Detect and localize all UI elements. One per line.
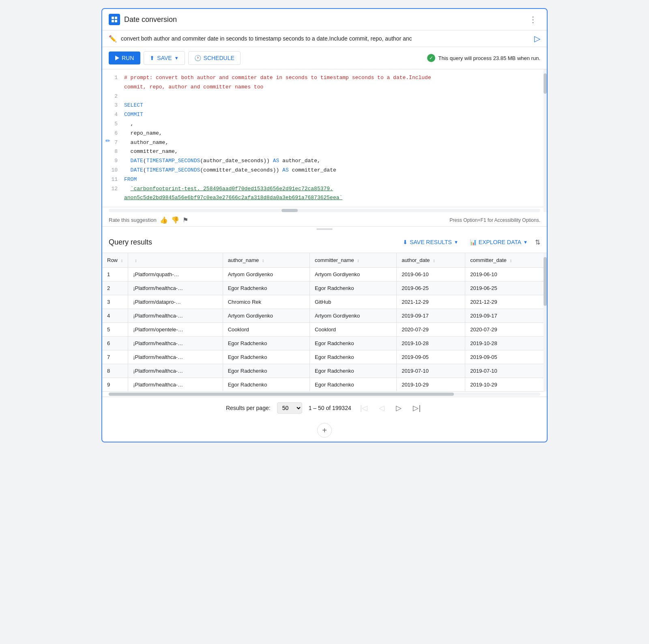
cell-commit: ¡Platform/datapro-… — [128, 295, 223, 309]
sort-toggle-icon[interactable]: ⇅ — [535, 238, 540, 246]
save-results-dropdown-icon: ▼ — [454, 240, 458, 245]
cell-row-num: 9 — [102, 378, 128, 392]
run-button[interactable]: RUN — [109, 52, 140, 64]
horizontal-scrollbar[interactable] — [109, 209, 540, 212]
code-line-2: 2 — [102, 92, 547, 101]
save-dropdown-icon: ▼ — [174, 56, 179, 60]
cell-author-date: 2019-09-17 — [397, 309, 465, 323]
thumbs-down-button[interactable]: 👎 — [171, 216, 179, 224]
cell-committer-date: 2021-12-29 — [465, 295, 547, 309]
query-info-text: This query will process 23.85 MB when ru… — [438, 55, 540, 61]
table-row: 6 ¡Platform/healthca-… Egor Radchenko Eg… — [102, 337, 547, 350]
col-header-commit: ↕ — [128, 253, 223, 268]
check-circle-icon: ✓ — [427, 54, 435, 62]
cell-author-name: Artyom Gordiyenko — [223, 309, 309, 323]
code-line-1b: commit, repo, author and committer names… — [102, 83, 547, 92]
table-header: Row ↕ ↕ author_name ↕ committer_name ↕ a… — [102, 253, 547, 268]
table-row: 5 ¡Platform/opentele-… Cooklord Cooklord… — [102, 323, 547, 337]
table-row: 4 ¡Platform/healthca-… Artyom Gordiyenko… — [102, 309, 547, 323]
code-line-7: 7 author_name, — [102, 138, 547, 148]
cell-committer-name: Artyom Gordiyenko — [309, 309, 396, 323]
drag-handle[interactable] — [102, 227, 547, 232]
cell-commit: ¡Platform/opentele-… — [128, 323, 223, 337]
cell-committer-name: Egor Radchenko — [309, 281, 396, 295]
accessibility-hint: Press Option+F1 for Accessibility Option… — [449, 217, 540, 223]
cell-committer-date: 2019-06-25 — [465, 281, 547, 295]
prev-page-button[interactable]: ◁ — [376, 402, 387, 414]
save-button[interactable]: ⬆ SAVE ▼ — [144, 51, 185, 65]
cell-committer-date: 2019-10-28 — [465, 337, 547, 350]
cell-committer-name: GitHub — [309, 295, 396, 309]
save-results-button[interactable]: ⬇ SAVE RESULTS ▼ — [399, 236, 462, 248]
cell-author-name: Egor Radchenko — [223, 378, 309, 392]
per-page-select[interactable]: 50 100 200 — [277, 402, 302, 414]
cell-author-date: 2019-07-10 — [397, 364, 465, 378]
cell-author-name: Cooklord — [223, 323, 309, 337]
code-editor[interactable]: ✏ 1 # prompt: convert both author and co… — [102, 69, 547, 212]
cell-row-num: 6 — [102, 337, 128, 350]
svg-rect-0 — [112, 17, 114, 19]
add-cell-area: + — [102, 419, 547, 442]
save-label: SAVE — [157, 55, 172, 61]
cell-row-num: 7 — [102, 350, 128, 364]
cell-committer-date: 2019-09-05 — [465, 350, 547, 364]
cell-author-name: Egor Radchenko — [223, 350, 309, 364]
pagination: Results per page: 50 100 200 1 – 50 of 1… — [102, 397, 547, 419]
run-label: RUN — [122, 55, 134, 61]
rating-bar: Rate this suggestion 👍 👎 ⚑ — [109, 216, 188, 224]
inline-edit-icon[interactable]: ✏ — [105, 137, 110, 144]
results-title: Query results — [109, 238, 152, 247]
cell-committer-date: 2019-09-17 — [465, 309, 547, 323]
schedule-button[interactable]: 🕐 SCHEDULE — [188, 51, 241, 65]
pencil-icon: ✏️ — [109, 35, 117, 43]
main-container: Date conversion ⋮ ✏️ convert both author… — [101, 8, 548, 442]
cell-committer-date: 2020-07-29 — [465, 323, 547, 337]
code-line-4: 4 COMMIT — [102, 110, 547, 120]
add-cell-button[interactable]: + — [317, 423, 332, 438]
code-line-6: 6 repo_name, — [102, 129, 547, 138]
table-row: 1 ¡Platform/qupath-… Artyom Gordiyenko A… — [102, 268, 547, 281]
code-line-8: 8 committer_name, — [102, 147, 547, 157]
cell-committer-date: 2019-10-29 — [465, 378, 547, 392]
thumbs-up-button[interactable]: 👍 — [160, 216, 168, 224]
explore-dropdown-icon: ▼ — [523, 240, 528, 245]
flag-button[interactable]: ⚑ — [183, 216, 188, 224]
schedule-label: SCHEDULE — [204, 55, 234, 61]
save-results-label: SAVE RESULTS — [410, 239, 452, 245]
cell-row-num: 3 — [102, 295, 128, 309]
cell-author-date: 2020-07-29 — [397, 323, 465, 337]
code-line-5: 5 , — [102, 120, 547, 129]
explore-data-button[interactable]: 📊 EXPLORE DATA ▼ — [466, 236, 532, 248]
first-page-button[interactable]: |◁ — [358, 402, 370, 414]
cell-author-name: Artyom Gordiyenko — [223, 268, 309, 281]
svg-rect-1 — [115, 17, 117, 19]
cell-row-num: 5 — [102, 323, 128, 337]
explore-label: EXPLORE DATA — [479, 239, 521, 245]
table-row: 2 ¡Platform/healthca-… Egor Radchenko Eg… — [102, 281, 547, 295]
code-line-1: 1 # prompt: convert both author and comm… — [102, 73, 547, 83]
col-header-committer-name: committer_name ↕ — [309, 253, 396, 268]
more-options-button[interactable]: ⋮ — [526, 13, 540, 26]
code-lines: 1 # prompt: convert both author and comm… — [102, 69, 547, 207]
cell-row-num: 8 — [102, 364, 128, 378]
rate-suggestion-label: Rate this suggestion — [109, 217, 157, 223]
table-horizontal-scrollbar[interactable] — [109, 393, 540, 396]
cell-commit: ¡Platform/healthca-… — [128, 350, 223, 364]
prompt-bar: ✏️ convert both author and commiter date… — [102, 30, 547, 47]
results-table-container: Row ↕ ↕ author_name ↕ committer_name ↕ a… — [102, 253, 547, 392]
next-page-button[interactable]: ▷ — [393, 402, 404, 414]
cell-commit: ¡Platform/healthca-… — [128, 364, 223, 378]
code-line-11: 11 FROM — [102, 175, 547, 185]
cell-committer-name: Egor Radchenko — [309, 350, 396, 364]
save-icon: ⬆ — [150, 55, 155, 61]
last-page-button[interactable]: ▷| — [410, 402, 423, 414]
code-line-9: 9 DATE(TIMESTAMP_SECONDS(author_date_sec… — [102, 157, 547, 166]
svg-rect-3 — [115, 20, 117, 22]
cell-commit: ¡Platform/healthca-… — [128, 378, 223, 392]
send-icon[interactable]: ▷ — [534, 34, 540, 43]
results-section: Query results ⬇ SAVE RESULTS ▼ 📊 EXPLORE… — [102, 232, 547, 419]
table-row: 7 ¡Platform/healthca-… Egor Radchenko Eg… — [102, 350, 547, 364]
table-row: 9 ¡Platform/healthca-… Egor Radchenko Eg… — [102, 378, 547, 392]
schedule-icon: 🕐 — [194, 55, 201, 61]
svg-rect-2 — [112, 20, 114, 22]
